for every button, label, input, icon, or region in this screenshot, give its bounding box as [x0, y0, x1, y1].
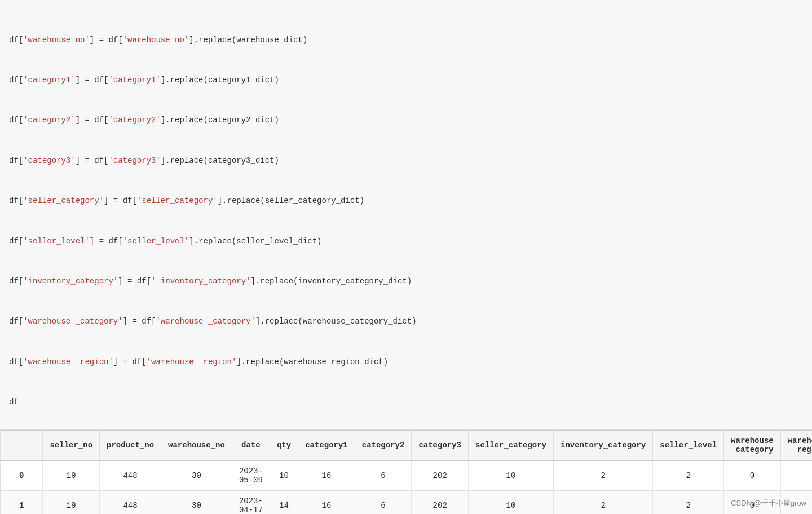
code-line-9: df['warehouse _region'] = df['warehouse …	[9, 356, 803, 369]
th-seller-level: seller_level	[653, 430, 724, 460]
th-warehouse-category: warehouse _category	[724, 430, 781, 460]
cell-seller-level: 2	[653, 460, 724, 491]
watermark: CSDN @千千小屋grow	[731, 498, 806, 508]
th-date: date	[232, 430, 270, 460]
cell-date: 2023-05-09	[232, 460, 270, 491]
data-table-container: seller_no product_no warehouse_no date q…	[0, 430, 812, 514]
th-warehouse-region: wareho _reg	[780, 430, 812, 460]
th-category1: category1	[298, 430, 355, 460]
code-line-5: df['seller_category'] = df['seller_categ…	[9, 194, 803, 208]
th-category2: category2	[355, 430, 412, 460]
cell-warehouse-no: 30	[161, 490, 232, 514]
th-warehouse-no: warehouse_no	[161, 430, 232, 460]
code-line-3: df['category2'] = df['category2'].replac…	[9, 114, 803, 127]
cell-warehouse-no: 30	[161, 460, 232, 491]
cell-cat2: 6	[355, 460, 412, 491]
cell-seller-no: 19	[43, 460, 100, 491]
cell-wh-reg	[780, 460, 812, 491]
cell-seller-level: 2	[653, 490, 724, 514]
th-inventory-category: inventory_category	[554, 430, 653, 460]
row-index: 0	[1, 460, 43, 491]
cell-qty: 10	[270, 460, 298, 491]
row-index: 1	[1, 490, 43, 514]
cell-cat2: 6	[355, 490, 412, 514]
cell-seller-cat: 10	[469, 460, 554, 491]
cell-inv-cat: 2	[554, 460, 653, 491]
table-header-row: seller_no product_no warehouse_no date q…	[1, 430, 813, 460]
table-row: 1 19 448 30 2023-04-17 14 16 6 202 10 2 …	[1, 490, 813, 514]
code-line-2: df['category1'] = df['category1'].replac…	[9, 74, 803, 87]
cell-cat1: 16	[298, 490, 355, 514]
code-block: df['warehouse_no'] = df['warehouse_no'].…	[0, 0, 812, 430]
table-row: 0 19 448 30 2023-05-09 10 16 6 202 10 2 …	[1, 460, 813, 491]
th-product-no: product_no	[100, 430, 161, 460]
cell-date: 2023-04-17	[232, 490, 270, 514]
th-seller-no: seller_no	[43, 430, 100, 460]
cell-qty: 14	[270, 490, 298, 514]
cell-wh-cat: 0	[724, 460, 781, 491]
cell-product-no: 448	[100, 490, 161, 514]
cell-product-no: 448	[100, 460, 161, 491]
code-line-1: df['warehouse_no'] = df['warehouse_no'].…	[9, 34, 803, 47]
code-line-7: df['inventory_category'] = df[' inventor…	[9, 275, 803, 289]
code-line-8: df['warehouse _category'] = df['warehous…	[9, 315, 803, 329]
th-index	[1, 430, 43, 460]
code-line-4: df['category3'] = df['category3'].replac…	[9, 154, 803, 168]
cell-seller-cat: 10	[469, 490, 554, 514]
th-category3: category3	[412, 430, 469, 460]
th-seller-category: seller_category	[469, 430, 554, 460]
cell-cat3: 202	[412, 460, 469, 491]
cell-cat1: 16	[298, 460, 355, 491]
data-table: seller_no product_no warehouse_no date q…	[0, 430, 812, 514]
cell-inv-cat: 2	[554, 490, 653, 514]
th-qty: qty	[270, 430, 298, 460]
code-line-6: df['seller_level'] = df['seller_level'].…	[9, 235, 803, 249]
cell-seller-no: 19	[43, 490, 100, 514]
cell-cat3: 202	[412, 490, 469, 514]
code-line-10: df	[9, 396, 803, 409]
